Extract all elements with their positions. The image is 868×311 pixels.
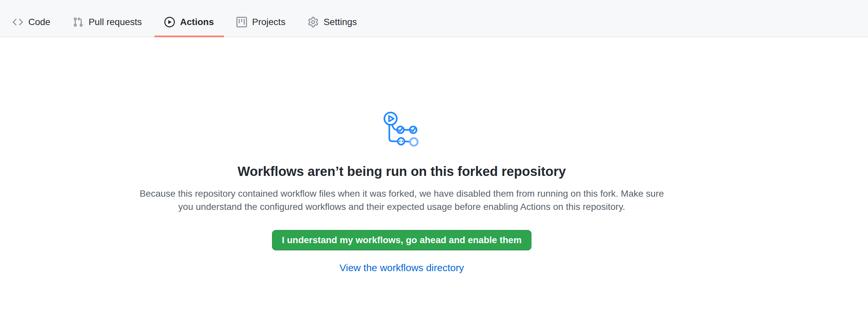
repo-tab-nav: Code Pull requests Actions Projects Sett…	[0, 0, 868, 37]
gear-icon	[308, 17, 318, 27]
tab-pull-requests[interactable]: Pull requests	[63, 0, 152, 37]
actions-workflow-icon	[382, 111, 421, 150]
tab-actions-label: Actions	[180, 17, 214, 27]
tab-settings-label: Settings	[324, 17, 357, 27]
blankslate-description: Because this repository contained workfl…	[133, 187, 671, 214]
code-icon	[12, 17, 23, 27]
view-workflows-directory-link[interactable]: View the workflows directory	[0, 262, 803, 274]
play-icon	[164, 17, 175, 27]
project-icon	[237, 17, 247, 27]
tab-projects[interactable]: Projects	[226, 0, 296, 37]
enable-workflows-button[interactable]: I understand my workflows, go ahead and …	[272, 230, 531, 250]
tab-actions[interactable]: Actions	[154, 0, 224, 37]
tab-pull-requests-label: Pull requests	[89, 17, 142, 27]
git-pull-request-icon	[73, 17, 83, 27]
blankslate-heading: Workflows aren’t being run on this forke…	[0, 162, 803, 181]
tab-projects-label: Projects	[252, 17, 285, 27]
tab-code-label: Code	[28, 17, 51, 27]
workflow-illustration	[0, 111, 803, 150]
tab-code[interactable]: Code	[3, 0, 60, 37]
actions-disabled-blankslate: Workflows aren’t being run on this forke…	[0, 111, 803, 274]
tab-settings[interactable]: Settings	[298, 0, 367, 37]
